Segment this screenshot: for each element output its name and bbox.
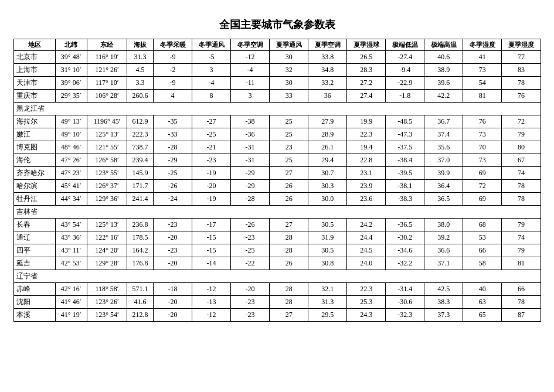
cell-max_temp: 38.0 — [424, 219, 463, 231]
cell-w_wind: -17 — [192, 219, 231, 231]
cell-s_wind: 27 — [270, 309, 308, 322]
cell-lon: 121° 55′ — [87, 141, 127, 154]
cell-w_heat: -20 — [154, 231, 192, 244]
cell-s_hum: 72 — [502, 115, 541, 128]
cell-w_hum: 69 — [463, 167, 502, 180]
cell-w_wind: 8 — [192, 90, 231, 103]
cell-s_wb: 22.3 — [347, 128, 386, 141]
table-row: 海伦47° 26′126° 58′239.4-29-23-312529.422.… — [13, 154, 541, 167]
cell-s_hum: 74 — [502, 167, 541, 180]
section-header-row: 辽宁省 — [13, 270, 541, 283]
cell-s_ac: 30.0 — [308, 193, 347, 206]
col-s-wind: 夏季通风 — [270, 39, 308, 51]
cell-alt: 222.3 — [127, 128, 154, 141]
cell-region: 长春 — [13, 219, 55, 231]
cell-alt: 3.3 — [127, 77, 154, 90]
cell-s_hum: 67 — [502, 154, 541, 167]
cell-region: 重庆市 — [13, 90, 55, 103]
cell-region: 牡丹江 — [13, 193, 55, 206]
col-lon: 东经 — [87, 39, 127, 51]
cell-lon: 123° 54′ — [87, 309, 127, 322]
cell-lon: 121° 26′ — [87, 64, 127, 77]
cell-w_heat: -28 — [154, 141, 192, 154]
cell-lat: 39° 06′ — [55, 77, 87, 90]
cell-s_hum: 78 — [502, 77, 541, 90]
cell-lon: 116° 19′ — [87, 51, 127, 64]
cell-s_wb: 19.9 — [347, 115, 386, 128]
cell-w_heat: -9 — [154, 77, 192, 90]
cell-w_ac: -26 — [231, 219, 270, 231]
cell-lon: 126° 37′ — [87, 180, 127, 193]
cell-w_hum: 68 — [463, 219, 502, 231]
cell-w_wind: -12 — [192, 309, 231, 322]
cell-s_ac: 36 — [308, 90, 347, 103]
table-row: 海拉尔49° 13′1196° 45′612.9-35-27-382527.91… — [13, 115, 541, 128]
cell-max_temp: 36.7 — [424, 115, 463, 128]
col-s-ac: 夏季空调 — [308, 39, 347, 51]
cell-max_temp: 39.9 — [424, 167, 463, 180]
cell-s_wind: 25 — [270, 154, 308, 167]
cell-w_wind: -15 — [192, 244, 231, 257]
page-container: 全国主要城市气象参数表 地区 北纬 东经 海拔 冬季采暖 冬季通风 冬季空调 夏… — [13, 18, 541, 322]
table-row: 延吉42° 53′129° 28′176.8-20-14-222630.824.… — [13, 257, 541, 270]
cell-min_temp: -30.6 — [386, 296, 424, 309]
cell-w_ac: -20 — [231, 283, 270, 296]
cell-s_wind: 26 — [270, 180, 308, 193]
cell-s_wb: 23.1 — [347, 167, 386, 180]
cell-alt: 4.5 — [127, 64, 154, 77]
cell-w_heat: -26 — [154, 180, 192, 193]
cell-w_ac: -38 — [231, 115, 270, 128]
cell-w_ac: -28 — [231, 193, 270, 206]
cell-s_wind: 27 — [270, 219, 308, 231]
cell-w_wind: -21 — [192, 141, 231, 154]
table-header-row: 地区 北纬 东经 海拔 冬季采暖 冬季通风 冬季空调 夏季通风 夏季空调 夏季湿… — [13, 39, 541, 51]
cell-s_hum: 83 — [502, 64, 541, 77]
cell-s_wind: 27 — [270, 167, 308, 180]
cell-s_ac: 30.5 — [308, 219, 347, 231]
cell-s_wind: 30 — [270, 77, 308, 90]
cell-min_temp: -39.5 — [386, 167, 424, 180]
cell-w_ac: -29 — [231, 180, 270, 193]
cell-region: 天津市 — [13, 77, 55, 90]
table-row: 天津市39° 06′117° 10′3.3-9-4-113033.227.2-2… — [13, 77, 541, 90]
cell-s_wb: 24.2 — [347, 219, 386, 231]
cell-s_hum: 79 — [502, 128, 541, 141]
cell-s_wind: 25 — [270, 115, 308, 128]
cell-w_hum: 53 — [463, 231, 502, 244]
cell-s_wind: 25 — [270, 128, 308, 141]
cell-s_ac: 30.5 — [308, 244, 347, 257]
cell-alt: 738.7 — [127, 141, 154, 154]
cell-w_hum: 69 — [463, 193, 502, 206]
cell-lon: 125° 13′ — [87, 219, 127, 231]
cell-w_ac: -23 — [231, 309, 270, 322]
cell-s_ac: 33.8 — [308, 51, 347, 64]
table-row: 北京市39° 48′116° 19′31.3-9-5-123033.826.5-… — [13, 51, 541, 64]
cell-s_hum: 80 — [502, 141, 541, 154]
cell-region: 海伦 — [13, 154, 55, 167]
table-row: 本溪41° 19′123° 54′212.8-20-12-232729.524.… — [13, 309, 541, 322]
cell-s_ac: 30.7 — [308, 167, 347, 180]
cell-s_wind: 23 — [270, 141, 308, 154]
cell-lon: 129° 28′ — [87, 257, 127, 270]
cell-min_temp: -48.5 — [386, 115, 424, 128]
cell-s_hum: 78 — [502, 193, 541, 206]
cell-lat: 48° 46′ — [55, 141, 87, 154]
cell-s_hum: 79 — [502, 244, 541, 257]
cell-region: 博克图 — [13, 141, 55, 154]
cell-w_heat: -23 — [154, 219, 192, 231]
cell-s_hum: 76 — [502, 90, 541, 103]
cell-s_ac: 31.9 — [308, 231, 347, 244]
col-w-wind: 冬季通风 — [192, 39, 231, 51]
cell-w_wind: -20 — [192, 180, 231, 193]
cell-w_hum: 76 — [463, 115, 502, 128]
cell-lon: 123° 55′ — [87, 167, 127, 180]
cell-alt: 176.8 — [127, 257, 154, 270]
cell-min_temp: -38.4 — [386, 154, 424, 167]
cell-lon: 118° 58′ — [87, 283, 127, 296]
cell-region: 本溪 — [13, 309, 55, 322]
cell-lon: 106° 28′ — [87, 90, 127, 103]
table-row: 牡丹江44° 34′129° 36′241.4-24-19-282630.023… — [13, 193, 541, 206]
cell-w_heat: -20 — [154, 257, 192, 270]
table-row: 哈尔滨45° 41′126° 37′171.7-26-20-292630.323… — [13, 180, 541, 193]
cell-s_wb: 24.3 — [347, 309, 386, 322]
